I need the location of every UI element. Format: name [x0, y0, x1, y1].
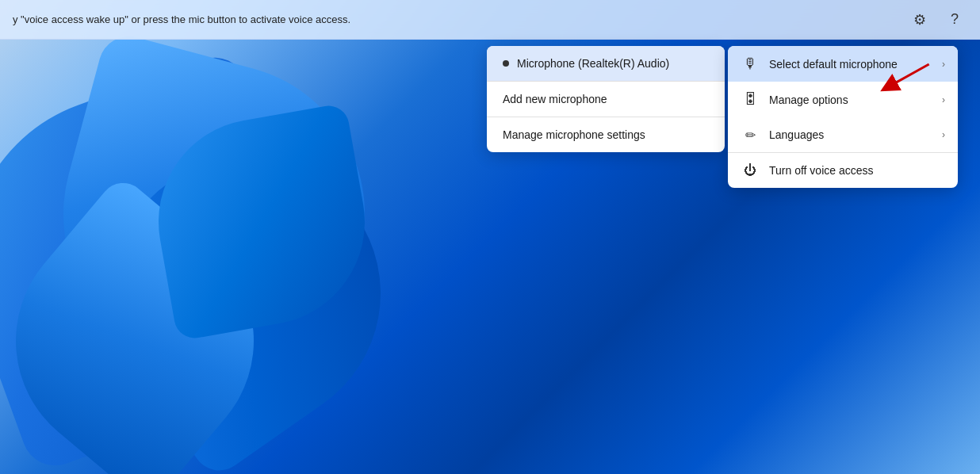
voice-access-options-menu: 🎙 Select default microphone › 🎛 Manage o… [728, 46, 958, 188]
toolbar-actions: ⚙ ? [907, 7, 967, 32]
turn-off-voice-access-item[interactable]: ⏻ Turn off voice access [728, 153, 958, 188]
gear-icon: ⚙ [913, 11, 926, 29]
power-icon: ⏻ [741, 163, 760, 178]
manage-options-label: Manage options [769, 94, 932, 106]
help-icon: ? [951, 11, 959, 28]
options-icon: 🎛 [741, 91, 760, 108]
microphone-realtek-item[interactable]: Microphone (Realtek(R) Audio) [487, 46, 725, 81]
microphone-dropdown: Microphone (Realtek(R) Audio) Add new mi… [487, 46, 725, 152]
chevron-right-icon-2: › [942, 94, 945, 105]
settings-button[interactable]: ⚙ [907, 7, 932, 32]
languages-icon: ✏ [741, 128, 760, 143]
manage-options-item[interactable]: 🎛 Manage options › [728, 82, 958, 117]
languages-label: Languages [769, 128, 932, 141]
languages-item[interactable]: ✏ Languages › [728, 117, 958, 152]
chevron-right-icon-1: › [942, 59, 945, 70]
voice-access-toolbar: y "voice access wake up" or press the mi… [0, 0, 980, 40]
help-button[interactable]: ? [942, 7, 967, 32]
manage-microphone-settings-label: Manage microphone settings [503, 128, 645, 141]
add-microphone-label: Add new microphone [503, 93, 607, 105]
active-bullet-icon [503, 60, 509, 67]
turn-off-voice-access-label: Turn off voice access [769, 164, 945, 177]
select-default-microphone-item[interactable]: 🎙 Select default microphone › [728, 46, 958, 82]
manage-microphone-settings-item[interactable]: Manage microphone settings [487, 117, 725, 152]
microphone-icon: 🎙 [741, 55, 760, 72]
add-microphone-item[interactable]: Add new microphone [487, 82, 725, 117]
chevron-right-icon-3: › [942, 129, 945, 140]
microphone-realtek-label: Microphone (Realtek(R) Audio) [517, 57, 669, 70]
select-default-microphone-label: Select default microphone [769, 58, 932, 71]
voice-access-hint-text: y "voice access wake up" or press the mi… [13, 13, 901, 25]
